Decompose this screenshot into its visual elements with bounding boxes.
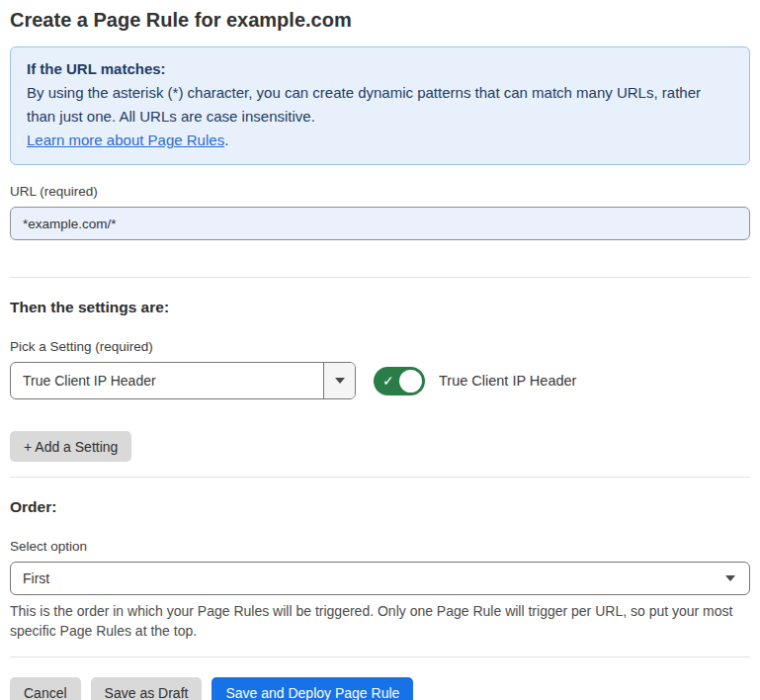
info-box-link-line: Learn more about Page Rules. xyxy=(27,129,733,152)
toggle-label: True Client IP Header xyxy=(439,373,576,389)
page-rule-form: Create a Page Rule for example.com If th… xyxy=(0,0,760,700)
order-select-label: Select option xyxy=(10,539,750,555)
chevron-down-icon xyxy=(725,575,735,581)
pick-setting-label: Pick a Setting (required) xyxy=(10,339,750,355)
chevron-down-icon[interactable] xyxy=(323,363,355,398)
triangle-down-glyph xyxy=(335,378,345,384)
url-label: URL (required) xyxy=(10,184,750,200)
footer-actions: Cancel Save as Draft Save and Deploy Pag… xyxy=(10,677,750,700)
info-box-heading: If the URL matches: xyxy=(27,57,733,81)
settings-section-heading: Then the settings are: xyxy=(10,298,750,316)
toggle-knob xyxy=(399,370,422,393)
save-draft-button[interactable]: Save as Draft xyxy=(91,677,203,700)
setting-select[interactable]: True Client IP Header xyxy=(10,362,356,399)
order-section-heading: Order: xyxy=(10,497,750,516)
setting-select-value: True Client IP Header xyxy=(11,363,323,398)
add-setting-button[interactable]: + Add a Setting xyxy=(10,431,131,462)
check-icon: ✓ xyxy=(382,374,394,388)
divider xyxy=(10,277,750,278)
learn-more-link[interactable]: Learn more about Page Rules xyxy=(27,131,224,148)
page-title: Create a Page Rule for example.com xyxy=(10,6,750,34)
link-period: . xyxy=(224,131,228,148)
divider xyxy=(10,477,750,478)
setting-row: True Client IP Header ✓ True Client IP H… xyxy=(10,362,750,399)
url-input[interactable] xyxy=(10,207,750,240)
order-select[interactable]: First xyxy=(10,562,750,595)
save-deploy-button[interactable]: Save and Deploy Page Rule xyxy=(211,677,413,700)
url-match-info-box: If the URL matches: By using the asteris… xyxy=(10,46,750,165)
order-select-value: First xyxy=(23,570,49,586)
cancel-button[interactable]: Cancel xyxy=(10,677,81,700)
divider xyxy=(10,656,750,657)
info-box-body: By using the asterisk (*) character, you… xyxy=(27,81,733,129)
order-help-text: This is the order in which your Page Rul… xyxy=(10,601,750,641)
setting-toggle[interactable]: ✓ xyxy=(374,367,425,395)
